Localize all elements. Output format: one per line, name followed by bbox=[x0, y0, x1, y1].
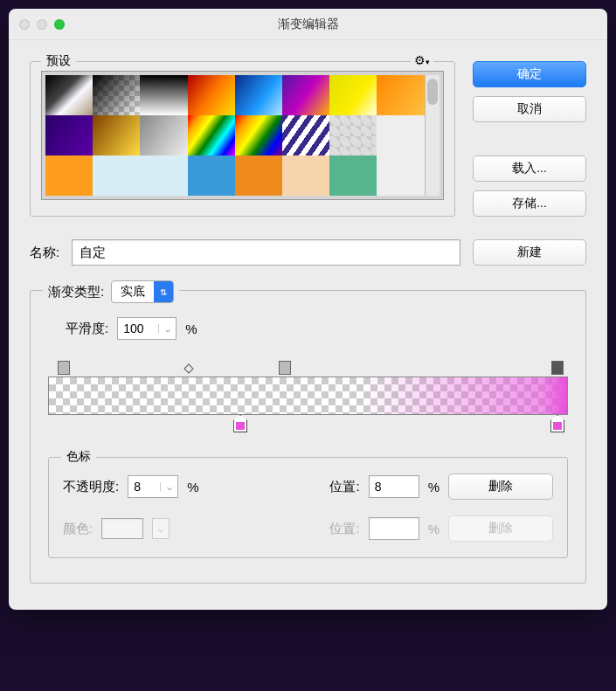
gear-icon[interactable]: ⚙︎▾ bbox=[411, 53, 433, 67]
preset-swatch[interactable] bbox=[235, 75, 282, 115]
preset-swatch[interactable] bbox=[235, 155, 282, 196]
preset-swatch[interactable] bbox=[188, 155, 235, 196]
preset-swatch[interactable] bbox=[329, 155, 377, 196]
percent-unit: % bbox=[187, 480, 198, 494]
position-input-disabled bbox=[369, 517, 419, 540]
delete-color-button: 删除 bbox=[448, 515, 553, 542]
gradient-type-group: 渐变类型: 实底 ⇅ 平滑度: ⌵ % 色标 bbox=[30, 290, 586, 584]
preset-swatch[interactable] bbox=[140, 155, 187, 196]
stops-legend: 色标 bbox=[61, 449, 96, 465]
opacity-input[interactable] bbox=[128, 476, 160, 497]
preset-swatch[interactable] bbox=[45, 75, 93, 115]
color-well bbox=[101, 518, 143, 539]
preset-swatch[interactable] bbox=[235, 115, 282, 155]
new-button[interactable]: 新建 bbox=[473, 239, 586, 266]
gradient-type-select[interactable]: 实底 ⇅ bbox=[111, 280, 174, 303]
preset-swatch[interactable] bbox=[188, 75, 235, 115]
color-stop-handle[interactable] bbox=[550, 415, 564, 432]
position-label: 位置: bbox=[329, 521, 359, 537]
preset-swatch[interactable] bbox=[93, 155, 140, 196]
preset-swatch[interactable] bbox=[140, 75, 187, 115]
presets-scrollbar[interactable] bbox=[425, 75, 440, 196]
gradient-type-label: 渐变类型: bbox=[48, 284, 104, 301]
load-button[interactable]: 载入... bbox=[473, 155, 586, 182]
name-input[interactable] bbox=[72, 239, 460, 266]
percent-unit: % bbox=[428, 480, 440, 494]
delete-stop-button[interactable]: 删除 bbox=[448, 473, 553, 500]
preset-swatch[interactable] bbox=[45, 155, 93, 196]
percent-unit: % bbox=[185, 321, 197, 336]
opacity-stop-handle[interactable] bbox=[279, 361, 291, 375]
presets-legend: 预设 bbox=[41, 53, 76, 69]
preset-swatch[interactable] bbox=[188, 115, 235, 155]
preset-swatch[interactable] bbox=[140, 115, 187, 155]
gradient-bar[interactable] bbox=[48, 377, 568, 415]
preset-swatch[interactable] bbox=[93, 75, 140, 115]
opacity-stop-handle[interactable] bbox=[58, 361, 70, 375]
color-label: 颜色: bbox=[63, 521, 93, 537]
opacity-label: 不透明度: bbox=[63, 479, 119, 495]
titlebar[interactable]: 渐变编辑器 bbox=[9, 9, 607, 40]
preset-swatch[interactable] bbox=[45, 115, 93, 155]
name-label: 名称: bbox=[30, 245, 59, 261]
preset-swatch[interactable] bbox=[93, 115, 140, 155]
preset-swatch[interactable] bbox=[329, 75, 377, 115]
opacity-stop-handle[interactable] bbox=[551, 361, 564, 375]
chevron-down-icon[interactable]: ⌵ bbox=[160, 482, 177, 492]
preset-swatch[interactable] bbox=[282, 115, 329, 155]
window-title: 渐变编辑器 bbox=[9, 17, 607, 32]
preset-swatch[interactable] bbox=[329, 115, 377, 155]
percent-unit: % bbox=[428, 522, 440, 536]
preset-swatch[interactable] bbox=[377, 155, 424, 196]
midpoint-handle[interactable] bbox=[183, 363, 193, 373]
position-input[interactable] bbox=[369, 475, 419, 498]
presets-group: 预设 ⚙︎▾ bbox=[30, 61, 455, 217]
scroll-thumb[interactable] bbox=[427, 79, 438, 105]
cancel-button[interactable]: 取消 bbox=[473, 96, 586, 122]
preset-swatch[interactable] bbox=[282, 155, 329, 196]
smoothness-label: 平滑度: bbox=[66, 321, 108, 337]
gradient-editor-window: 渐变编辑器 预设 ⚙︎▾ bbox=[9, 9, 607, 610]
chevron-down-icon: ⌵ bbox=[152, 518, 170, 539]
preset-swatch[interactable] bbox=[377, 75, 424, 115]
preset-swatch[interactable] bbox=[377, 115, 424, 155]
color-stop-handle[interactable] bbox=[233, 415, 247, 432]
preset-swatch[interactable] bbox=[282, 75, 329, 115]
ok-button[interactable]: 确定 bbox=[473, 61, 586, 87]
smoothness-input[interactable] bbox=[118, 318, 158, 339]
chevron-down-icon[interactable]: ⌵ bbox=[158, 324, 176, 334]
chevron-updown-icon: ⇅ bbox=[154, 281, 173, 302]
color-stops-group: 色标 不透明度: ⌵ % 位置: % 删除 颜色: bbox=[48, 457, 568, 558]
position-label: 位置: bbox=[329, 479, 359, 495]
save-button[interactable]: 存储... bbox=[473, 190, 586, 217]
preset-swatch-grid bbox=[45, 75, 425, 196]
